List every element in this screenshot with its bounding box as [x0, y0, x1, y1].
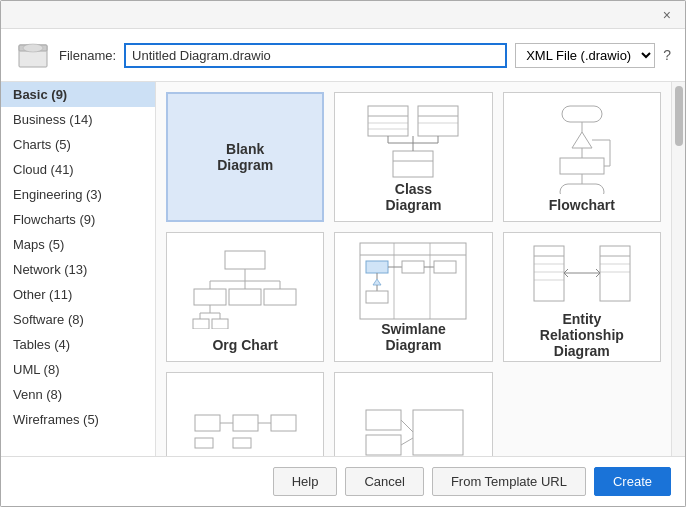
svg-rect-77: [366, 435, 401, 455]
svg-rect-55: [534, 246, 564, 301]
content-area: Basic (9) Business (14) Charts (5) Cloud…: [1, 82, 685, 456]
svg-rect-52: [402, 261, 424, 273]
footer: Help Cancel From Template URL Create: [1, 456, 685, 506]
svg-rect-7: [418, 106, 458, 136]
svg-rect-40: [193, 319, 209, 329]
template-flowchart[interactable]: Flowchart: [503, 92, 661, 222]
template-entity-label: EntityRelationshipDiagram: [540, 311, 624, 359]
svg-line-65: [564, 269, 568, 273]
svg-rect-27: [225, 251, 265, 269]
sidebar-item-business[interactable]: Business (14): [1, 107, 155, 132]
svg-rect-10: [393, 151, 433, 177]
template-swimlane[interactable]: SwimlaneDiagram: [334, 232, 492, 362]
svg-rect-60: [600, 246, 630, 301]
filename-row: Filename: XML File (.drawio) SVG (.svg) …: [1, 29, 685, 82]
svg-rect-17: [562, 106, 602, 122]
svg-rect-46: [366, 261, 388, 273]
template-class-diagram[interactable]: ClassDiagram: [334, 92, 492, 222]
org-chart-preview: [175, 241, 315, 337]
scrollbar[interactable]: [671, 82, 685, 456]
svg-marker-19: [572, 132, 592, 148]
template-org-label: Org Chart: [212, 337, 277, 353]
svg-line-66: [564, 273, 568, 277]
svg-line-68: [596, 273, 600, 277]
svg-line-79: [401, 420, 413, 432]
create-button[interactable]: Create: [594, 467, 671, 496]
sidebar-item-basic[interactable]: Basic (9): [1, 82, 155, 107]
sidebar-item-venn[interactable]: Venn (8): [1, 382, 155, 407]
svg-rect-72: [233, 438, 251, 448]
svg-rect-70: [195, 438, 213, 448]
templates-area: BlankDiagram: [156, 82, 671, 456]
svg-rect-54: [434, 261, 456, 273]
svg-rect-50: [366, 291, 388, 303]
filename-input[interactable]: [124, 43, 507, 68]
svg-line-80: [401, 438, 413, 445]
sidebar-item-software[interactable]: Software (8): [1, 307, 155, 332]
template-process[interactable]: Diagram: [166, 372, 324, 456]
new-diagram-dialog: × Filename: XML File (.drawio) SVG (.svg…: [0, 0, 686, 507]
scroll-thumb: [675, 86, 683, 146]
svg-rect-3: [368, 106, 408, 136]
templates-grid: BlankDiagram: [166, 92, 661, 456]
svg-rect-69: [195, 415, 220, 431]
filename-label: Filename:: [59, 48, 116, 63]
svg-rect-78: [413, 410, 463, 455]
file-icon: [15, 39, 51, 71]
template-org-chart[interactable]: Org Chart: [166, 232, 324, 362]
svg-rect-41: [212, 319, 228, 329]
sidebar-item-wireframes[interactable]: Wireframes (5): [1, 407, 155, 432]
sidebar-item-uml[interactable]: UML (8): [1, 357, 155, 382]
svg-rect-23: [560, 184, 604, 194]
other-preview: [343, 381, 483, 456]
sidebar-item-tables[interactable]: Tables (4): [1, 332, 155, 357]
sidebar-item-engineering[interactable]: Engineering (3): [1, 182, 155, 207]
template-swimlane-label: SwimlaneDiagram: [381, 321, 446, 353]
process-preview: [175, 381, 315, 456]
template-class-label: ClassDiagram: [385, 181, 441, 213]
template-flowchart-label: Flowchart: [549, 197, 615, 213]
help-button[interactable]: Help: [273, 467, 338, 496]
svg-rect-21: [560, 158, 604, 174]
svg-point-2: [23, 44, 43, 52]
svg-line-67: [596, 269, 600, 273]
sidebar-item-flowcharts[interactable]: Flowcharts (9): [1, 207, 155, 232]
svg-rect-71: [233, 415, 258, 431]
flowchart-preview: [512, 101, 652, 197]
sidebar: Basic (9) Business (14) Charts (5) Cloud…: [1, 82, 156, 456]
template-other[interactable]: Diagram: [334, 372, 492, 456]
template-blank-label: BlankDiagram: [217, 141, 273, 173]
from-template-url-button[interactable]: From Template URL: [432, 467, 586, 496]
filetype-select[interactable]: XML File (.drawio) SVG (.svg) HTML (.htm…: [515, 43, 655, 68]
class-diagram-preview: [343, 101, 483, 181]
help-circle-icon[interactable]: ?: [663, 47, 671, 63]
svg-rect-73: [271, 415, 296, 431]
svg-rect-35: [264, 289, 296, 305]
sidebar-item-other[interactable]: Other (11): [1, 282, 155, 307]
sidebar-item-charts[interactable]: Charts (5): [1, 132, 155, 157]
svg-rect-76: [366, 410, 401, 430]
svg-rect-33: [194, 289, 226, 305]
sidebar-item-cloud[interactable]: Cloud (41): [1, 157, 155, 182]
close-button[interactable]: ×: [659, 6, 675, 24]
sidebar-item-maps[interactable]: Maps (5): [1, 232, 155, 257]
svg-rect-34: [229, 289, 261, 305]
title-bar: ×: [1, 1, 685, 29]
template-blank-diagram[interactable]: BlankDiagram: [166, 92, 324, 222]
swimlane-preview: [343, 241, 483, 321]
cancel-button[interactable]: Cancel: [345, 467, 423, 496]
entity-preview: [512, 236, 652, 311]
template-entity-relationship[interactable]: EntityRelationshipDiagram: [503, 232, 661, 362]
sidebar-item-network[interactable]: Network (13): [1, 257, 155, 282]
